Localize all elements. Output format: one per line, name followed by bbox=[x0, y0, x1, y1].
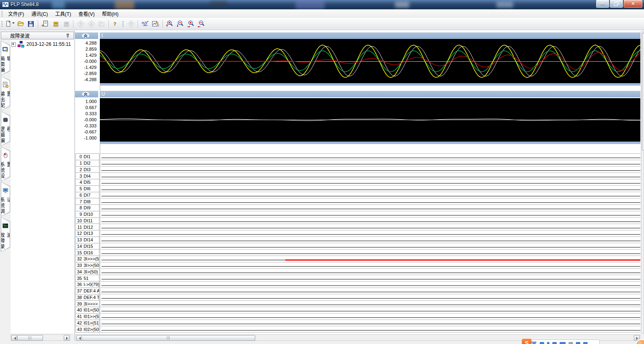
side-tab-1[interactable]: 画面编辑 bbox=[1, 41, 10, 75]
digital-channel-label-3: 3DI4 bbox=[75, 172, 99, 179]
chart-I-axis-labels: 4.2882.8591.429-0.000-1.429-2.859-4.288 bbox=[75, 39, 97, 84]
save-button[interactable] bbox=[26, 19, 36, 29]
main-hscroll-left-button[interactable] bbox=[76, 335, 82, 341]
chart-U-plot[interactable] bbox=[100, 98, 640, 142]
tree-hscroll-thumb[interactable] bbox=[17, 335, 43, 341]
tree-hscroll-right-button[interactable] bbox=[64, 335, 69, 341]
digital-channel-label-14: 14DI15 bbox=[75, 243, 99, 250]
side-tab-6[interactable]: 故障录波 bbox=[1, 217, 10, 252]
chart-I-plot[interactable] bbox=[100, 39, 640, 83]
digital-channel-label-41: 41I01>>(5 bbox=[75, 313, 99, 320]
menu-item-4[interactable]: 帮助(H) bbox=[98, 9, 122, 18]
toolbar-separator bbox=[108, 20, 109, 28]
dial-disconnect-button bbox=[61, 19, 71, 29]
menu-bar: 文件(F)通讯(C)工具(T)查看(V)帮助(H) bbox=[0, 9, 644, 18]
y-tick: -1.000 bbox=[75, 136, 97, 140]
toolbar-grip[interactable] bbox=[1, 21, 3, 27]
restore-button[interactable] bbox=[610, 0, 623, 8]
digital-channel-label-42: 42I01>(51 bbox=[75, 320, 99, 327]
ime-wrench-icon[interactable] bbox=[583, 342, 588, 344]
chart-I-title: I bbox=[101, 33, 103, 39]
waveform-view-button[interactable]: A bbox=[140, 19, 150, 29]
help-button[interactable]: ? bbox=[110, 19, 121, 29]
main-hscroll-thumb[interactable] bbox=[82, 335, 255, 341]
chart-I-header: I bbox=[100, 32, 640, 39]
digital-channel-label-5: 5DI6 bbox=[75, 185, 99, 192]
tree-expander-icon[interactable] bbox=[11, 42, 16, 47]
zoom-in-vertical-button[interactable] bbox=[164, 19, 175, 29]
close-button[interactable]: ✕ bbox=[623, 0, 643, 8]
digital-channel-label-38: 38DEF.4 T bbox=[75, 294, 99, 301]
digital-channel-label-34: 343I>(50) bbox=[75, 269, 99, 275]
ime-user-icon[interactable] bbox=[569, 342, 573, 344]
side-tab-5[interactable]: 系统调试 bbox=[1, 182, 10, 217]
tree-hscrollbar[interactable] bbox=[11, 334, 70, 341]
digital-channel-label-12: 12DI13 bbox=[75, 230, 99, 237]
dock-panel-title: 故障录波 bbox=[10, 32, 30, 39]
menu-item-3[interactable]: 查看(V) bbox=[75, 9, 98, 18]
svg-text:?: ? bbox=[114, 21, 116, 27]
digital-channel-label-15: 15DI16 bbox=[75, 249, 99, 256]
side-tab-2[interactable]: 输出配置 bbox=[1, 76, 10, 111]
chart-U-header-left bbox=[75, 91, 98, 97]
ime-mode-label[interactable]: 英 bbox=[531, 340, 537, 344]
chart-U-header: U bbox=[100, 91, 640, 97]
ime-logo[interactable]: S bbox=[522, 339, 532, 344]
menu-item-2[interactable]: 工具(T) bbox=[52, 9, 75, 18]
toolbar-separator bbox=[38, 20, 38, 28]
minimize-button[interactable]: — bbox=[596, 0, 610, 8]
y-tick: -0.333 bbox=[75, 124, 97, 128]
tree-item-label[interactable]: 2013-12-26 11:55:11 bbox=[26, 41, 71, 47]
side-tab-4[interactable]: 系统设置 bbox=[1, 146, 10, 181]
svg-text:A: A bbox=[144, 21, 146, 24]
output-config-icon bbox=[2, 82, 9, 90]
dial-connect-button[interactable] bbox=[50, 19, 61, 29]
ime-toolbox-icon[interactable] bbox=[576, 342, 580, 344]
digital-channel-label-9: 9DI10 bbox=[75, 211, 99, 218]
label-column-divider bbox=[100, 144, 100, 333]
side-tab-3[interactable]: 逻辑编程 bbox=[1, 111, 10, 146]
chart-config-button[interactable] bbox=[150, 19, 161, 29]
toolbar: ?A bbox=[0, 18, 644, 30]
transfer-button bbox=[96, 19, 107, 29]
pin-icon[interactable] bbox=[65, 33, 70, 39]
ime-keyboard-icon[interactable] bbox=[560, 342, 566, 344]
ime-pen-icon[interactable] bbox=[540, 342, 544, 344]
collapse-chart-U-button[interactable] bbox=[82, 92, 90, 97]
toolbar-grip[interactable] bbox=[122, 21, 124, 27]
chart-I-header-left bbox=[75, 32, 98, 39]
fault-record-icon bbox=[2, 223, 9, 231]
toolbar-separator bbox=[138, 20, 138, 28]
main-vscroll-thumb[interactable] bbox=[642, 33, 644, 150]
zoom-out-vertical-button[interactable] bbox=[175, 19, 185, 29]
zoom-out-horizontal-button[interactable] bbox=[196, 19, 207, 29]
tree-item[interactable]: 2013-12-26 11:55:11 bbox=[11, 41, 71, 47]
digital-channel-label-33: 333I>>(50 bbox=[75, 262, 99, 269]
collapse-chart-I-button[interactable] bbox=[82, 33, 90, 38]
ime-mic-icon[interactable] bbox=[552, 342, 557, 344]
open-button[interactable] bbox=[15, 19, 26, 29]
digital-channel-label-4: 4DI5 bbox=[75, 179, 99, 186]
menubar-grip[interactable] bbox=[1, 11, 3, 17]
y-tick: -0.000 bbox=[75, 118, 97, 122]
digital-channel-label-40: 40I01>(50 bbox=[75, 307, 99, 314]
properties-button[interactable] bbox=[40, 19, 50, 29]
system-settings-icon bbox=[2, 152, 9, 160]
ime-menu-icon[interactable] bbox=[547, 342, 549, 344]
digital-channel-label-36: 36I->0(79) bbox=[75, 281, 99, 288]
chart-U-bottom-strip bbox=[100, 142, 640, 144]
digital-channel-label-13: 13DI14 bbox=[75, 236, 99, 243]
main-vscrollbar[interactable] bbox=[641, 32, 644, 333]
tree-hscroll-left-button[interactable] bbox=[11, 335, 17, 341]
new-button[interactable] bbox=[4, 19, 15, 29]
chart-I-bottom-strip bbox=[100, 83, 640, 86]
menu-item-1[interactable]: 通讯(C) bbox=[28, 9, 52, 18]
toolbar-separator bbox=[162, 20, 163, 28]
zoom-in-horizontal-button[interactable] bbox=[185, 19, 196, 29]
y-tick: -4.288 bbox=[75, 77, 97, 82]
menu-item-0[interactable]: 文件(F) bbox=[4, 9, 28, 18]
app-icon bbox=[2, 1, 9, 8]
digital-channel-label-37: 37DEF.4 A bbox=[75, 288, 99, 295]
ime-toolbar[interactable]: 英 bbox=[528, 340, 600, 344]
digital-channel-label-1: 1DI2 bbox=[75, 160, 99, 167]
